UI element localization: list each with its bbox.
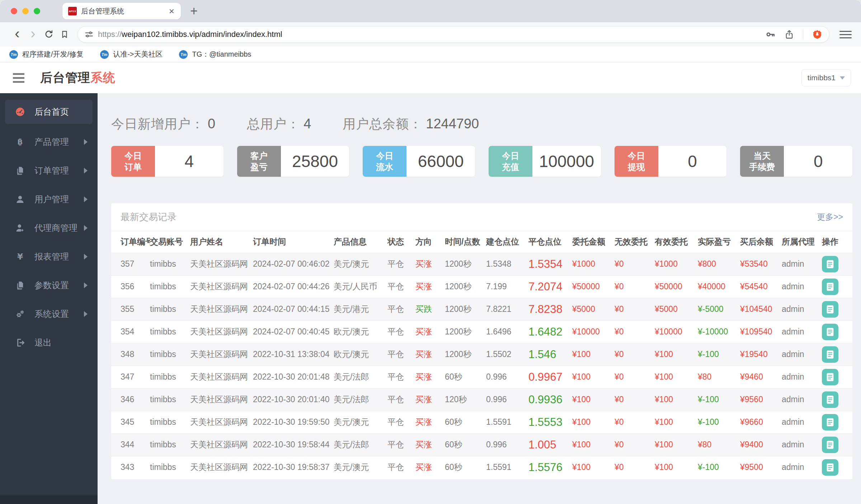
sidebar-item-dashboard[interactable]: 后台首页: [5, 100, 93, 124]
cell-actions: [822, 343, 852, 366]
cell-account: timibbs: [150, 298, 190, 320]
cell-customer: 天美社区源码网: [190, 320, 253, 343]
cell-account: timibbs: [150, 411, 190, 433]
column-header: 无效委托: [615, 231, 655, 253]
cell-invalid-amount: ¥0: [615, 411, 655, 433]
back-icon[interactable]: ‹: [9, 27, 25, 42]
column-header: 状态: [387, 231, 415, 253]
cell-invalid-amount: ¥0: [615, 433, 655, 456]
reload-icon[interactable]: [41, 27, 57, 42]
forward-icon[interactable]: ›: [25, 27, 41, 42]
cell-open-price: 1.5591: [486, 411, 528, 433]
window-zoom-button[interactable]: [34, 8, 40, 14]
tab-close-icon[interactable]: ×: [168, 6, 175, 16]
stat-cards: 今日订单 4 客户盈亏 25800 今日流水 66000 今日充值 100000…: [111, 146, 852, 177]
stat-new-users: 今日新增用户：0: [111, 115, 215, 133]
bookmark-icon[interactable]: [57, 27, 72, 42]
table-row: 347 timibbs 天美社区源码网 2022-10-30 20:01:48 …: [111, 366, 852, 388]
cell-invalid-amount: ¥0: [615, 388, 655, 411]
window-close-button[interactable]: [11, 8, 17, 14]
order-detail-button[interactable]: [822, 346, 838, 363]
bookmark-item[interactable]: Tm TG：@tianmeibbs: [179, 49, 251, 59]
browser-menu-icon[interactable]: [839, 31, 852, 38]
cell-close-price: 0.9936: [528, 388, 572, 411]
cell-duration: 60秒: [445, 456, 486, 479]
order-detail-button[interactable]: [822, 301, 838, 318]
order-detail-button[interactable]: [822, 414, 838, 431]
column-header: 时间/点数: [445, 231, 486, 253]
cell-direction: 买涨: [415, 433, 445, 456]
cell-order-id: 348: [111, 343, 150, 366]
cell-close-price: 1.546: [528, 343, 572, 366]
user-dropdown[interactable]: timibbs1: [801, 69, 851, 86]
cell-invalid-amount: ¥0: [615, 343, 655, 366]
browser-tab[interactable]: APEX 后台管理系统 ×: [62, 3, 181, 19]
cell-duration: 1200秒: [445, 320, 486, 343]
brave-shield-icon[interactable]: [812, 29, 823, 40]
cell-valid-amount: ¥100: [655, 411, 698, 433]
cell-time: 2022-10-30 19:59:50: [253, 411, 334, 433]
column-header: 交易账号: [150, 231, 190, 253]
address-bar[interactable]: https://weipan102.timibbs.vip/admin/inde…: [77, 26, 829, 43]
site-settings-icon[interactable]: [84, 30, 94, 39]
order-detail-button[interactable]: [822, 437, 838, 453]
cell-actions: [822, 456, 852, 479]
more-link[interactable]: 更多>>: [817, 211, 843, 223]
cell-duration: 1200秒: [445, 253, 486, 275]
cell-balance: ¥53540: [740, 253, 782, 275]
cell-valid-amount: ¥1000: [655, 253, 698, 275]
share-icon[interactable]: [784, 29, 794, 39]
bookmark-item[interactable]: Tm 认准->天美社区: [100, 49, 163, 59]
cell-customer: 天美社区源码网: [190, 298, 253, 320]
order-detail-button[interactable]: [822, 279, 838, 295]
column-header: 用户姓名: [190, 231, 253, 253]
sidebar-item-orders[interactable]: 订单管理: [0, 156, 98, 185]
overview-stats: 今日新增用户：0 总用户：4 用户总余额：1244790: [111, 115, 852, 133]
cell-agent: admin: [782, 411, 822, 433]
sidebar-item-params[interactable]: 参数设置: [0, 271, 98, 300]
cell-time: 2024-02-07 00:44:15: [253, 298, 334, 320]
url-text: https://weipan102.timibbs.vip/admin/inde…: [98, 30, 765, 39]
cell-agent: admin: [782, 298, 822, 320]
cell-profit: ¥80: [698, 433, 740, 456]
cell-open-price: 0.996: [486, 388, 528, 411]
cell-product: 美元/澳元: [334, 253, 387, 275]
table-row: 344 timibbs 天美社区源码网 2022-10-30 19:58:44 …: [111, 433, 852, 456]
sidebar-item-user[interactable]: 用户管理: [0, 185, 98, 214]
password-key-icon[interactable]: [765, 29, 776, 40]
sidebar-item-bitcoin[interactable]: B 产品管理: [0, 128, 98, 156]
stat-card: 今日流水 66000: [363, 146, 475, 177]
sidebar-item-gears[interactable]: 系统设置: [0, 300, 98, 328]
cell-status: 平仓: [387, 411, 415, 433]
cell-direction: 买涨: [415, 388, 445, 411]
sidebar-item-agent[interactable]: 代理商管理: [0, 214, 98, 242]
cell-duration: 1200秒: [445, 298, 486, 320]
sidebar-item-logout[interactable]: 退出: [0, 328, 98, 357]
order-detail-button[interactable]: [822, 459, 838, 476]
cell-profit: ¥80: [698, 366, 740, 388]
cell-amount: ¥100: [572, 433, 615, 456]
bookmark-item[interactable]: Tm 程序搭建/开发/修复: [9, 49, 84, 59]
new-tab-button[interactable]: +: [190, 5, 198, 18]
cell-invalid-amount: ¥0: [615, 253, 655, 275]
cell-valid-amount: ¥100: [655, 456, 698, 479]
order-detail-button[interactable]: [822, 369, 838, 385]
cell-status: 平仓: [387, 253, 415, 275]
cell-time: 2022-10-31 13:38:04: [253, 343, 334, 366]
cell-actions: [822, 298, 852, 320]
sidebar-item-yen[interactable]: ¥ 报表管理: [0, 242, 98, 271]
cell-account: timibbs: [150, 456, 190, 479]
cell-balance: ¥104540: [740, 298, 782, 320]
cell-status: 平仓: [387, 343, 415, 366]
order-detail-button[interactable]: [822, 391, 838, 408]
stat-card: 当天手续费 0: [740, 146, 852, 177]
cell-amount: ¥1000: [572, 253, 615, 275]
stat-card: 今日充值 100000: [489, 146, 601, 177]
sidebar-toggle-icon[interactable]: [13, 73, 24, 83]
chevron-right-icon: [84, 254, 88, 260]
window-minimize-button[interactable]: [22, 8, 29, 14]
cell-time: 2022-10-30 19:58:44: [253, 433, 334, 456]
order-detail-button[interactable]: [822, 256, 838, 272]
cell-account: timibbs: [150, 433, 190, 456]
order-detail-button[interactable]: [822, 324, 838, 340]
